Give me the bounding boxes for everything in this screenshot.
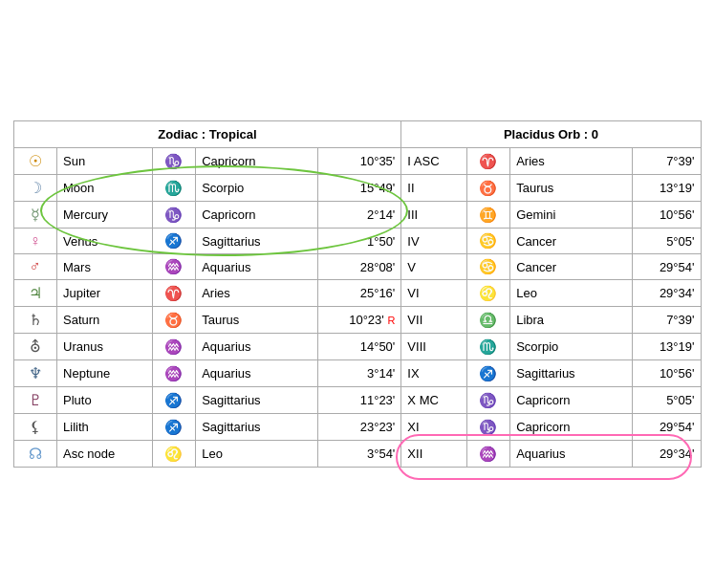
- planet-icon: ☊: [13, 441, 57, 468]
- house-sign-name: Aries: [510, 148, 633, 175]
- house-degree: 7°39': [633, 148, 701, 175]
- planet-sign-icon: ♐: [152, 414, 196, 441]
- planet-sign-name: Leo: [196, 441, 318, 468]
- planet-sign-icon: ♏: [152, 175, 196, 202]
- house-degree: 7°39': [633, 307, 701, 334]
- planet-name: Jupiter: [57, 280, 153, 307]
- house-label: VI: [401, 280, 466, 307]
- planet-icon: ⛢: [13, 334, 57, 360]
- planet-name: Mercury: [57, 202, 153, 229]
- house-degree: 5°05': [633, 387, 701, 414]
- house-sign-name: Sagittarius: [510, 360, 633, 387]
- planet-degree: 14°50': [318, 334, 401, 360]
- planet-degree: 15°49': [318, 175, 401, 202]
- house-sign-name: Gemini: [510, 202, 633, 229]
- house-sign-icon: ♏: [466, 334, 510, 360]
- planet-sign-icon: ♌: [152, 441, 196, 468]
- house-sign-name: Capricorn: [510, 414, 633, 441]
- house-sign-name: Capricorn: [510, 387, 633, 414]
- planet-name: Mars: [57, 254, 153, 280]
- planet-icon: ☽: [13, 175, 57, 202]
- house-label: VIII: [401, 334, 466, 360]
- house-sign-name: Cancer: [510, 254, 633, 280]
- house-degree: 10°56': [633, 360, 701, 387]
- planet-name: Lilith: [57, 414, 153, 441]
- planet-name: Pluto: [57, 387, 153, 414]
- planet-sign-icon: ♐: [152, 387, 196, 414]
- house-label: IV: [401, 229, 466, 254]
- astrology-table: Zodiac : Tropical Placidus Orb : 0 ☉Sun♑…: [13, 120, 702, 468]
- house-degree: 29°34': [633, 441, 701, 468]
- planet-sign-name: Taurus: [196, 307, 318, 334]
- planet-sign-name: Capricorn: [196, 148, 318, 175]
- planet-degree: 3°14': [318, 360, 401, 387]
- house-degree: 13°19': [633, 175, 701, 202]
- house-degree: 10°56': [633, 202, 701, 229]
- planet-sign-name: Capricorn: [196, 202, 318, 229]
- house-sign-name: Libra: [510, 307, 633, 334]
- house-sign-name: Leo: [510, 280, 633, 307]
- house-sign-icon: ♋: [466, 229, 510, 254]
- house-label: XI: [401, 414, 466, 441]
- house-sign-name: Taurus: [510, 175, 633, 202]
- house-label: II: [401, 175, 466, 202]
- zodiac-header: Zodiac : Tropical: [13, 121, 401, 148]
- planet-name: Venus: [57, 229, 153, 254]
- house-sign-icon: ♈: [466, 148, 510, 175]
- planet-sign-icon: ♑: [152, 148, 196, 175]
- house-sign-icon: ♋: [466, 254, 510, 280]
- planet-name: Neptune: [57, 360, 153, 387]
- planet-degree: 28°08': [318, 254, 401, 280]
- planet-degree: 10°23' R: [318, 307, 401, 334]
- planet-sign-name: Scorpio: [196, 175, 318, 202]
- planet-sign-icon: ♒: [152, 334, 196, 360]
- house-sign-icon: ♑: [466, 387, 510, 414]
- planet-icon: ♀: [13, 229, 57, 254]
- house-degree: 29°34': [633, 280, 701, 307]
- house-sign-icon: ♉: [466, 175, 510, 202]
- planet-icon: ♇: [13, 387, 57, 414]
- planet-sign-icon: ♑: [152, 202, 196, 229]
- house-label: XII: [401, 441, 466, 468]
- house-label: V: [401, 254, 466, 280]
- placidus-header: Placidus Orb : 0: [401, 121, 701, 148]
- planet-sign-name: Sagittarius: [196, 387, 318, 414]
- planet-degree: 25°16': [318, 280, 401, 307]
- planet-icon: ☉: [13, 148, 57, 175]
- planet-name: Uranus: [57, 334, 153, 360]
- house-degree: 29°54': [633, 414, 701, 441]
- planet-icon: ♆: [13, 360, 57, 387]
- planet-name: Asc node: [57, 441, 153, 468]
- house-sign-icon: ♎: [466, 307, 510, 334]
- planet-icon: ♂: [13, 254, 57, 280]
- house-degree: 29°54': [633, 254, 701, 280]
- house-label: I ASC: [401, 148, 466, 175]
- planet-sign-name: Aquarius: [196, 334, 318, 360]
- planet-sign-name: Sagittarius: [196, 229, 318, 254]
- house-label: VII: [401, 307, 466, 334]
- planet-sign-icon: ♉: [152, 307, 196, 334]
- house-sign-name: Scorpio: [510, 334, 633, 360]
- house-sign-name: Cancer: [510, 229, 633, 254]
- house-sign-icon: ♊: [466, 202, 510, 229]
- house-degree: 13°19': [633, 334, 701, 360]
- planet-name: Moon: [57, 175, 153, 202]
- planet-sign-icon: ♈: [152, 280, 196, 307]
- planet-name: Sun: [57, 148, 153, 175]
- planet-sign-icon: ♐: [152, 229, 196, 254]
- house-sign-icon: ♒: [466, 441, 510, 468]
- planet-degree: 3°54': [318, 441, 401, 468]
- planet-sign-name: Sagittarius: [196, 414, 318, 441]
- planet-icon: ☿: [13, 202, 57, 229]
- planet-sign-name: Aquarius: [196, 254, 318, 280]
- house-sign-icon: ♐: [466, 360, 510, 387]
- house-sign-name: Aquarius: [510, 441, 633, 468]
- house-label: X MC: [401, 387, 466, 414]
- planet-sign-name: Aquarius: [196, 360, 318, 387]
- planet-degree: 23°23': [318, 414, 401, 441]
- planet-icon: ♃: [13, 280, 57, 307]
- house-label: III: [401, 202, 466, 229]
- planet-degree: 10°35': [318, 148, 401, 175]
- house-label: IX: [401, 360, 466, 387]
- planet-sign-icon: ♒: [152, 360, 196, 387]
